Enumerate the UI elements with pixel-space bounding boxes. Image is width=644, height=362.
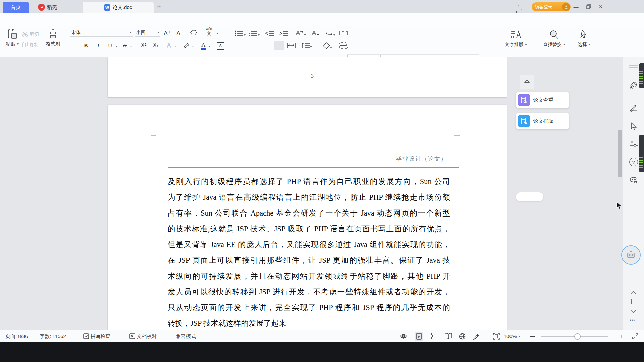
strip-handle[interactable] — [629, 65, 638, 66]
zoom-value[interactable]: 100% — [504, 333, 520, 339]
increase-indent-icon[interactable] — [279, 30, 289, 38]
shrink-font-button[interactable]: A⁻ — [176, 29, 184, 37]
zoom-slider-knob[interactable] — [574, 333, 581, 340]
font-color-caret[interactable] — [209, 46, 211, 47]
quick-start-rocket-icon[interactable] — [629, 81, 638, 90]
select-arrow-icon[interactable] — [629, 122, 638, 131]
distribute-icon[interactable] — [287, 42, 296, 50]
font-size-combo[interactable]: 小四 — [135, 29, 160, 37]
page-previous[interactable]: 3 — [108, 57, 507, 97]
assistant-robot-button[interactable] — [621, 245, 641, 265]
window-manage-icon[interactable]: 1 — [516, 3, 524, 10]
line-spacing-button[interactable] — [301, 42, 312, 50]
page-down-icon[interactable] — [630, 309, 636, 315]
cut-button[interactable]: 剪切 — [22, 31, 39, 37]
document-area: 3 毕业设计（论文） 及刚入行的初级程序员都选择了 PHP 语言作为自己职业的发… — [0, 57, 644, 330]
document-scrollbar[interactable] — [618, 57, 622, 330]
align-left-icon[interactable] — [235, 42, 243, 50]
eye-protect-icon[interactable] — [400, 333, 407, 340]
shading-button[interactable] — [323, 42, 332, 50]
bold-button[interactable]: B — [84, 42, 88, 49]
font-name-combo[interactable]: 宋体 — [70, 29, 133, 37]
body-line: 的技术标准,这就是 JSP 技术。JSP 吸取了 PHP 语言在页面书写上面的所… — [168, 221, 450, 237]
window-count: 1 — [516, 4, 522, 10]
tab-docer[interactable]: 稻壳 — [32, 2, 63, 13]
tab-home[interactable]: 首页 — [3, 2, 29, 13]
grow-font-button[interactable]: A⁺ — [164, 29, 171, 37]
guest-login-button[interactable]: 访客登录 — [532, 2, 571, 11]
phonetic-caret[interactable] — [217, 33, 219, 34]
char-scale-button[interactable] — [294, 29, 306, 38]
edge-widget-bar — [639, 63, 644, 88]
print-layout-view-icon[interactable] — [415, 332, 423, 341]
tab-ruler-icon[interactable] — [339, 30, 348, 37]
char-border-button[interactable]: A — [217, 42, 224, 50]
fit-page-icon[interactable] — [493, 333, 500, 340]
underline-button[interactable]: U — [108, 42, 112, 49]
annotate-brush-icon[interactable] — [629, 104, 638, 113]
web-layout-icon[interactable] — [459, 333, 466, 340]
close-button[interactable]: × — [596, 3, 606, 11]
highlight-caret[interactable] — [192, 46, 194, 47]
minimize-button[interactable]: — — [571, 3, 581, 11]
proofread-toggle[interactable]: 文档校对 — [129, 333, 157, 340]
cut-label: 剪切 — [29, 31, 39, 37]
align-center-icon[interactable] — [248, 42, 256, 50]
align-justify-icon-active[interactable] — [274, 41, 284, 50]
highlight-color-button[interactable] — [183, 42, 191, 50]
outline-view-icon[interactable] — [431, 333, 437, 340]
body-line: 及刚入行的初级程序员都选择了 PHP 语言作为自己职业的发展方向，Sun 公司 — [168, 174, 450, 189]
adjust-sliders-icon[interactable] — [629, 139, 638, 148]
strip-handle — [629, 67, 638, 68]
sort-icon[interactable] — [311, 29, 320, 38]
paper-check-button[interactable]: 论文查重 — [516, 92, 569, 108]
edit-pencil-icon[interactable] — [473, 333, 480, 340]
select-button[interactable]: 选择 — [572, 29, 596, 48]
align-right-icon[interactable] — [262, 42, 270, 50]
fullscreen-icon[interactable] — [632, 333, 639, 340]
body-line: 为了维护 Java 语言在高级编程语言上的江湖地位，防止 PHP 继续抢走市场份… — [168, 189, 450, 205]
service-assistant-icon[interactable] — [629, 176, 638, 184]
scrollbar-thumb[interactable] — [618, 130, 622, 177]
phonetic-guide-button[interactable]: wén 文 — [203, 27, 215, 36]
format-painter-button[interactable]: 格式刷 — [44, 29, 62, 47]
zoom-in-button[interactable]: + — [619, 333, 623, 341]
browse-object-icon[interactable] — [631, 299, 636, 304]
superscript-button[interactable]: X² — [141, 42, 146, 48]
italic-button[interactable]: I — [97, 42, 99, 49]
restore-button[interactable] — [584, 3, 594, 11]
font-name-value: 宋体 — [71, 29, 81, 36]
strikethrough-button[interactable]: A — [123, 42, 127, 49]
compat-mode-label[interactable]: 兼容模式 — [176, 333, 196, 340]
underline-caret[interactable] — [116, 46, 118, 47]
word-count[interactable]: 字数: 11562 — [40, 333, 66, 340]
read-mode-icon[interactable] — [445, 333, 451, 340]
decrease-indent-icon[interactable] — [265, 30, 275, 38]
zoom-out-button[interactable] — [530, 336, 535, 337]
clear-format-icon[interactable] — [190, 29, 198, 38]
tab-document[interactable]: W 论文.doc — [83, 2, 154, 13]
paper-typeset-button[interactable]: 论文排版 — [516, 113, 569, 129]
panel-eject-button[interactable] — [520, 75, 534, 89]
page-current[interactable]: 毕业设计（论文） 及刚入行的初级程序员都选择了 PHP 语言作为自己职业的发展方… — [108, 105, 507, 330]
text-layout-button[interactable]: 文字排版 — [500, 29, 531, 48]
spellcheck-toggle[interactable]: 拼写检查 — [83, 333, 110, 340]
bullets-button[interactable] — [235, 30, 246, 38]
help-icon[interactable]: ? — [629, 158, 638, 166]
font-color-button[interactable]: A — [201, 42, 206, 50]
new-tab-button[interactable]: + — [155, 3, 163, 11]
text-direction-button[interactable] — [325, 29, 335, 38]
text-effects-caret[interactable] — [174, 46, 176, 47]
subscript-button[interactable]: X₂ — [153, 42, 159, 48]
document-body-text[interactable]: 及刚入行的初级程序员都选择了 PHP 语言作为自己职业的发展方向，Sun 公司 … — [168, 174, 450, 330]
more-tools-dots[interactable]: ••• — [630, 318, 635, 323]
borders-button[interactable] — [339, 42, 349, 50]
text-effects-button[interactable]: A — [167, 42, 171, 49]
panel-collapsed-item[interactable] — [516, 192, 543, 201]
numbering-button[interactable] — [249, 30, 260, 38]
strikethrough-caret[interactable] — [130, 46, 132, 47]
paste-button[interactable]: 粘贴 — [4, 29, 21, 47]
page-up-icon[interactable] — [630, 290, 636, 296]
find-replace-button[interactable]: 查找替换 — [539, 29, 570, 48]
copy-button[interactable]: 复制 — [22, 42, 38, 48]
